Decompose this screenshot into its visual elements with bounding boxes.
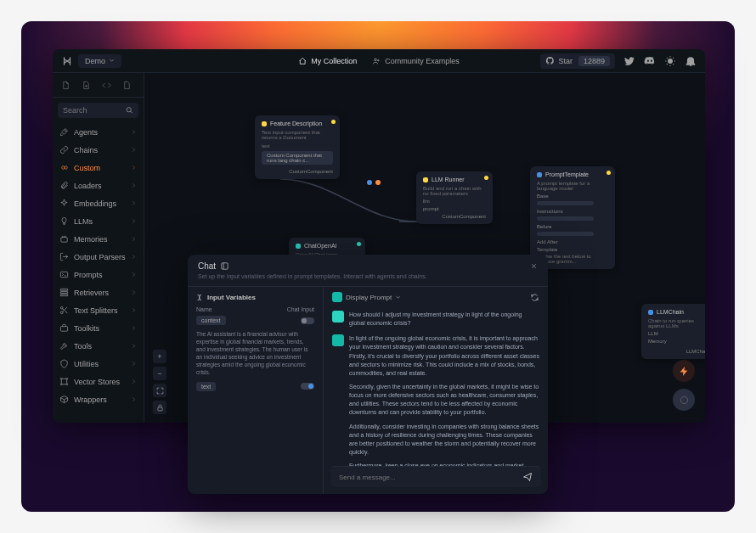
fab-lightning[interactable]	[673, 360, 695, 382]
node-llm-chain[interactable]: LLMChain Chain to run queries against LL…	[641, 304, 705, 359]
bot-message: In light of the ongoing global economic …	[349, 334, 539, 466]
sidebar-item-label: Output Parsers	[74, 253, 126, 261]
output-icon	[59, 252, 69, 261]
chevron-right-icon	[131, 272, 137, 278]
tab-code-icon[interactable]	[99, 77, 114, 93]
titlebar: Demo My Collection Community Examples St…	[53, 49, 705, 73]
chat-panel: Chat Set up the input variables defined …	[188, 255, 548, 494]
sidebar-item-llms[interactable]: LLMs	[53, 212, 144, 230]
svg-point-3	[127, 108, 131, 112]
refresh-icon[interactable]	[530, 293, 539, 302]
sidebar-item-label: Prompts	[74, 271, 103, 279]
variable-icon	[196, 294, 204, 301]
sidebar-item-toolkits[interactable]: Toolkits	[53, 319, 144, 337]
sidebar-item-label: Retrievers	[74, 289, 109, 297]
twitter-icon[interactable]	[623, 55, 635, 67]
chevron-right-icon	[131, 289, 137, 295]
var-text: text	[196, 382, 216, 391]
chat-subtitle: Set up the input variables defined in pr…	[198, 273, 538, 279]
tab-file-new-icon[interactable]	[58, 77, 73, 93]
star-count: 12889	[578, 56, 610, 66]
theme-toggle-icon[interactable]	[664, 55, 676, 67]
sidebar-item-label: Vector Stores	[74, 378, 120, 386]
nav-community-examples[interactable]: Community Examples	[372, 57, 460, 65]
svg-point-12	[60, 384, 62, 385]
sidebar-item-agents[interactable]: Agents	[53, 123, 144, 141]
bell-icon[interactable]	[685, 55, 697, 67]
context-description: The AI assistant is a financial advisor …	[196, 330, 314, 377]
node-prompt-template[interactable]: PromptTemplate A prompt template for a l…	[530, 166, 615, 269]
svg-point-4	[65, 131, 65, 132]
user-message: How should I adjust my investment strate…	[349, 311, 539, 328]
sidebar-item-prompts[interactable]: Prompts	[53, 266, 144, 283]
composer-input[interactable]	[339, 474, 517, 481]
chevron-right-icon	[131, 325, 137, 331]
search-input[interactable]	[63, 106, 126, 115]
home-icon	[298, 57, 307, 65]
memory-icon	[59, 234, 69, 244]
node-llm-runner[interactable]: LLM Runner Build and run a chain with no…	[416, 171, 493, 224]
retriever-icon	[59, 288, 69, 297]
var-context: context	[196, 316, 226, 325]
chevron-down-icon	[395, 295, 401, 300]
svg-point-0	[375, 59, 377, 61]
sidebar-item-label: Chains	[74, 146, 98, 154]
vector-icon	[59, 377, 69, 386]
sidebar-item-text-splitters[interactable]: Text Splitters	[53, 301, 144, 319]
toolkit-icon	[59, 323, 69, 333]
wrench-icon	[59, 341, 69, 351]
sidebar-item-output-parsers[interactable]: Output Parsers	[53, 248, 144, 266]
toggle-context[interactable]	[301, 317, 314, 324]
prompt-avatar	[332, 292, 342, 302]
chevron-right-icon	[131, 147, 137, 153]
chevron-right-icon	[131, 200, 137, 206]
sidebar-item-vector-stores[interactable]: Vector Stores	[53, 373, 144, 390]
zoom-out-button[interactable]: −	[153, 367, 166, 380]
sidebar-item-label: Text Splitters	[74, 306, 118, 315]
toggle-text[interactable]	[301, 383, 314, 390]
sidebar-item-chains[interactable]: Chains	[53, 141, 144, 159]
discord-icon[interactable]	[644, 55, 656, 67]
node-feature-description[interactable]: Feature Description Text input component…	[255, 115, 340, 179]
close-icon[interactable]	[530, 262, 538, 270]
sidebar-item-label: LLMs	[74, 217, 93, 226]
svg-point-1	[378, 59, 380, 61]
zoom-in-button[interactable]: +	[153, 350, 166, 363]
github-star-button[interactable]: Star 12889	[540, 53, 615, 69]
fab-secondary[interactable]	[673, 389, 695, 411]
sidebar-item-utilities[interactable]: Utilities	[53, 355, 144, 373]
sidebar-item-embeddings[interactable]: Embeddings	[53, 194, 144, 212]
sidebar-item-wrappers[interactable]: Wrappers	[53, 390, 144, 408]
sidebar-item-label: Wrappers	[74, 396, 107, 404]
svg-point-7	[60, 306, 63, 309]
fit-view-button[interactable]	[153, 384, 166, 397]
sidebar: AgentsChainsCustomLoadersEmbeddingsLLMsM…	[53, 73, 144, 423]
sidebar-item-label: Custom	[74, 164, 100, 172]
sidebar-item-tools[interactable]: Tools	[53, 337, 144, 355]
svg-point-13	[66, 384, 68, 385]
app-logo-icon	[61, 55, 73, 67]
sidebar-item-custom[interactable]: Custom	[53, 159, 144, 177]
tab-file-add-icon[interactable]	[78, 77, 93, 93]
sidebar-item-retrievers[interactable]: Retrievers	[53, 283, 144, 301]
prompt-icon	[59, 270, 69, 279]
send-icon[interactable]	[522, 472, 533, 482]
expand-icon[interactable]	[220, 261, 229, 271]
display-prompt-dropdown[interactable]: Display Prompt	[346, 294, 392, 301]
project-dropdown[interactable]: Demo	[78, 54, 121, 68]
svg-point-11	[66, 378, 68, 379]
chevron-right-icon	[131, 182, 137, 188]
sidebar-item-loaders[interactable]: Loaders	[53, 177, 144, 194]
bulb-icon	[59, 216, 69, 226]
scissors-icon	[59, 306, 69, 315]
sidebar-item-memories[interactable]: Memories	[53, 230, 144, 248]
chevron-right-icon	[131, 236, 137, 242]
chevron-right-icon	[131, 396, 137, 402]
svg-point-15	[680, 396, 687, 403]
bot-avatar	[332, 334, 344, 346]
lock-button[interactable]	[153, 401, 166, 414]
tab-file-blank-icon[interactable]	[119, 77, 134, 93]
chevron-right-icon	[131, 218, 137, 224]
nav-my-collection[interactable]: My Collection	[298, 57, 357, 65]
svg-rect-16	[222, 263, 228, 269]
